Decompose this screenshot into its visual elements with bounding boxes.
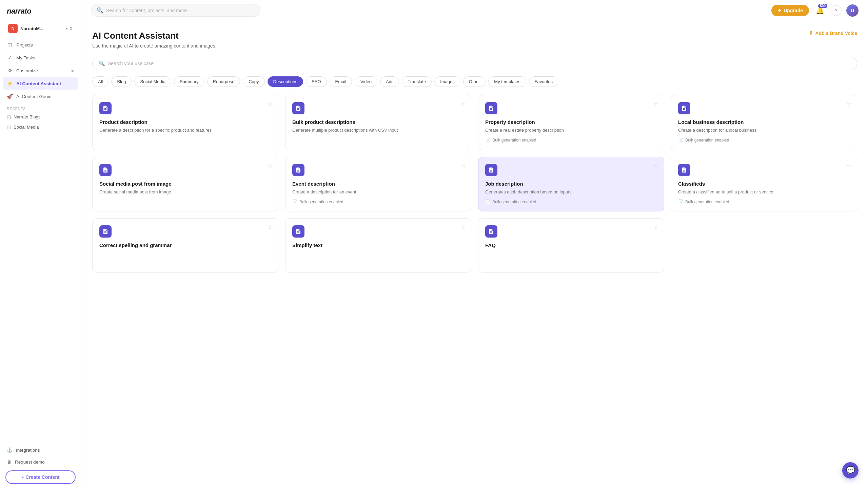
card-desc: Create a real estate property descriptio… xyxy=(485,127,657,134)
bulk-label: Bulk generation enabled xyxy=(299,200,343,204)
create-content-button[interactable]: + Create Content xyxy=(5,470,76,484)
card-correct-spelling-grammar[interactable]: ☆ Correct spelling and grammar xyxy=(92,218,278,273)
card-faq[interactable]: ☆ FAQ xyxy=(478,218,664,273)
filter-favorites[interactable]: Favorites xyxy=(529,76,558,87)
card-favorite-star[interactable]: ☆ xyxy=(654,101,658,107)
sidebar-item-customize[interactable]: ⚙ Customize ▶ xyxy=(3,64,78,77)
sidebar-item-projects[interactable]: ◫ Projects xyxy=(3,39,78,51)
chevron-down-icon[interactable]: ▾ xyxy=(66,26,68,31)
filter-all[interactable]: All xyxy=(92,76,108,87)
card-favorite-star[interactable]: ☆ xyxy=(268,101,273,107)
card-event-description[interactable]: ☆ Event description Create a description… xyxy=(285,157,471,212)
sidebar-item-integrations[interactable]: ⚓ Integrations xyxy=(3,444,78,456)
notifications-button[interactable]: 🔔 500 xyxy=(814,4,826,17)
card-favorite-star[interactable]: ☆ xyxy=(268,163,273,169)
lightning-icon: ⚡ xyxy=(7,80,13,87)
sidebar-item-label: AI Content Assistant xyxy=(16,81,61,86)
recent-item-social-media[interactable]: ◫ Social Media xyxy=(3,122,78,132)
filter-blog[interactable]: Blog xyxy=(111,76,132,87)
monitor-icon: 🖥 xyxy=(7,459,12,465)
settings-icon[interactable]: ⚙ xyxy=(69,26,73,31)
filter-ads[interactable]: Ads xyxy=(380,76,399,87)
add-brand-voice-button[interactable]: 🎙 Add a Brand Voice xyxy=(809,31,857,36)
brand-voice-label: Add a Brand Voice xyxy=(815,31,857,36)
topbar-right: ✦ Upgrade 🔔 500 ? U xyxy=(771,4,859,17)
bulk-label: Bulk generation enabled xyxy=(685,138,729,143)
sidebar-item-ai-content-assistant[interactable]: ⚡ AI Content Assistant xyxy=(3,77,78,90)
card-favorite-star[interactable]: ☆ xyxy=(654,224,658,230)
doc-icon: ◫ xyxy=(7,125,11,130)
search-icon: 🔍 xyxy=(97,7,103,14)
card-favorite-star[interactable]: ☆ xyxy=(654,163,658,169)
sidebar-item-label: My Tasks xyxy=(16,55,35,60)
content-area: AI Content Assistant Use the magic of AI… xyxy=(81,21,868,488)
filter-summary[interactable]: Summary xyxy=(174,76,204,87)
card-job-description[interactable]: ☆ Job description Generates a job descri… xyxy=(478,157,664,212)
card-classifieds[interactable]: ☆ Classifieds Create a classified ad to … xyxy=(671,157,857,212)
card-icon xyxy=(99,225,112,238)
usecase-search-bar[interactable]: 🔍 xyxy=(92,57,857,70)
card-favorite-star[interactable]: ☆ xyxy=(461,101,466,107)
sidebar-item-my-tasks[interactable]: ✓ My Tasks xyxy=(3,52,78,64)
card-product-description[interactable]: ☆ Product description Generate a descrip… xyxy=(92,95,278,150)
card-icon xyxy=(485,225,497,238)
usecase-search-input[interactable] xyxy=(108,61,851,66)
filter-copy[interactable]: Copy xyxy=(243,76,264,87)
help-button[interactable]: ? xyxy=(831,5,842,16)
card-bulk-product-descriptions[interactable]: ☆ Bulk product descriptions Generate mul… xyxy=(285,95,471,150)
tasks-icon: ✓ xyxy=(7,55,13,61)
page-header: AI Content Assistant Use the magic of AI… xyxy=(92,31,857,49)
chat-button[interactable]: 💬 xyxy=(842,462,859,478)
card-favorite-star[interactable]: ☆ xyxy=(847,101,851,107)
card-bulk-badge: 📄Bulk generation enabled xyxy=(678,138,850,143)
bulk-label: Bulk generation enabled xyxy=(492,200,536,204)
upgrade-button[interactable]: ✦ Upgrade xyxy=(771,5,809,16)
card-desc: Create a description for an event xyxy=(292,189,464,195)
recent-item-label: Social Media xyxy=(14,125,39,130)
card-bulk-badge: 📄Bulk generation enabled xyxy=(292,199,464,204)
card-title: Simplify text xyxy=(292,242,464,248)
card-icon xyxy=(99,164,112,176)
global-search-input[interactable] xyxy=(106,8,255,13)
card-favorite-star[interactable]: ☆ xyxy=(461,224,466,230)
filter-video[interactable]: Video xyxy=(355,76,377,87)
card-icon xyxy=(292,225,304,238)
filter-translate[interactable]: Translate xyxy=(402,76,432,87)
card-favorite-star[interactable]: ☆ xyxy=(847,163,851,169)
sidebar-item-request-demo[interactable]: 🖥 Request demo xyxy=(3,456,78,468)
sidebar-item-ai-content-genie[interactable]: 🚀 AI Content Genie xyxy=(3,90,78,102)
doc-icon: ◫ xyxy=(7,114,11,119)
filter-my-templates[interactable]: My templates xyxy=(488,76,526,87)
card-title: Product description xyxy=(99,119,271,125)
card-favorite-star[interactable]: ☆ xyxy=(461,163,466,169)
card-desc: Create social media post from image xyxy=(99,189,271,195)
card-icon xyxy=(485,164,497,176)
bulk-icon: 📄 xyxy=(485,199,491,204)
global-search-bar[interactable]: 🔍 xyxy=(91,4,260,17)
filter-seo[interactable]: SEO xyxy=(306,76,327,87)
card-title: Property description xyxy=(485,119,657,125)
filter-repurpose[interactable]: Repurpose xyxy=(207,76,240,87)
card-title: Event description xyxy=(292,181,464,187)
card-desc: Create a description for a local busines… xyxy=(678,127,850,134)
main-nav: ◫ Projects ✓ My Tasks ⚙ Customize ▶ ⚡ AI… xyxy=(0,37,81,440)
page-subtitle: Use the magic of AI to create amazing co… xyxy=(92,43,215,49)
card-property-description[interactable]: ☆ Property description Create a real est… xyxy=(478,95,664,150)
card-simplify-text[interactable]: ☆ Simplify text xyxy=(285,218,471,273)
recent-item-narrato-blogs[interactable]: ◫ Narrato Blogs xyxy=(3,112,78,122)
card-title: FAQ xyxy=(485,242,657,248)
filter-social-media[interactable]: Social Media xyxy=(134,76,171,87)
filter-images[interactable]: Images xyxy=(434,76,460,87)
workspace-selector[interactable]: N NarratoM... ▾ ⚙ xyxy=(3,21,78,36)
card-local-business-description[interactable]: ☆ Local business description Create a de… xyxy=(671,95,857,150)
user-avatar[interactable]: U xyxy=(846,4,859,17)
filter-email[interactable]: Email xyxy=(330,76,352,87)
filter-other[interactable]: Other xyxy=(463,76,486,87)
logo: narrato xyxy=(0,0,81,21)
card-title: Job description xyxy=(485,181,657,187)
filter-descriptions[interactable]: Descriptions xyxy=(268,76,303,87)
card-icon xyxy=(292,164,304,176)
card-social-media-post-from-image[interactable]: ☆ Social media post from image Create so… xyxy=(92,157,278,212)
card-icon xyxy=(99,102,112,114)
card-favorite-star[interactable]: ☆ xyxy=(268,224,273,230)
